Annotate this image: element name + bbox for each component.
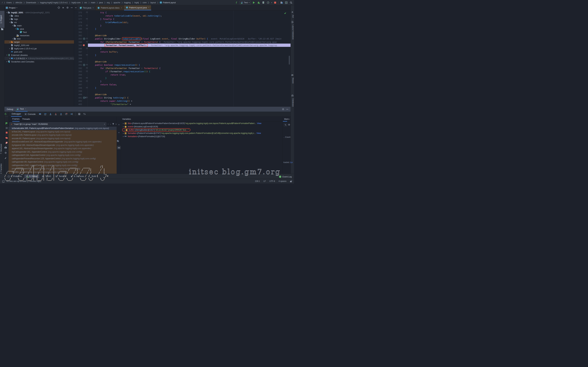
sync-status-icon[interactable] <box>2 180 4 182</box>
tab-frames[interactable]: Frames <box>12 117 19 122</box>
tree-row[interactable]: ▸ log4j-core-2.15.0-rc1.jar <box>4 47 74 50</box>
frame-down-icon[interactable]: ↓ <box>110 123 111 125</box>
tree-row[interactable]: ▾ java <box>4 27 74 31</box>
line-number[interactable]: 401 <box>74 97 82 99</box>
breadcrumb-item[interactable]: org <box>107 1 110 4</box>
hide-tabs-icon[interactable] <box>75 8 77 8</box>
editor-tab[interactable]: PatternLayout.class × <box>96 5 124 10</box>
gutter-icon[interactable] <box>82 57 86 60</box>
step-into-icon[interactable] <box>49 113 52 116</box>
tree-row[interactable]: resources <box>4 34 74 37</box>
gutter-icon[interactable] <box>82 50 86 53</box>
line-number[interactable]: 386 <box>74 47 82 50</box>
line-number[interactable]: 391 <box>74 64 82 66</box>
gutter-icon[interactable] <box>82 63 86 67</box>
filter-frames-icon[interactable] <box>112 123 114 125</box>
tree-row[interactable]: pom.xml <box>4 50 74 53</box>
stack-frame-row[interactable]: tryAppend:190, AbstractOutputStreamAppen… <box>9 143 117 147</box>
fold-marker[interactable] <box>86 40 88 44</box>
toolwindow-button[interactable]: Build <box>87 175 98 178</box>
debug-gear-icon[interactable] <box>4 151 9 154</box>
close-tab-icon[interactable]: × <box>121 7 122 9</box>
gutter-icon[interactable] <box>82 99 86 103</box>
gutter-icon[interactable] <box>82 37 86 40</box>
gutter-icon[interactable] <box>82 31 86 34</box>
force-step-into-icon[interactable] <box>54 113 57 116</box>
breadcrumb-item[interactable]: java <box>99 1 103 4</box>
project-panel-title[interactable]: Project <box>9 7 15 9</box>
breadcrumb-item[interactable]: src <box>84 1 87 4</box>
tree-chevron-icon[interactable]: ▸ <box>9 18 11 20</box>
fold-marker[interactable] <box>86 80 88 83</box>
gutter-icon[interactable] <box>82 11 86 14</box>
expand-chevron-icon[interactable]: ▸ <box>122 136 124 137</box>
tree-chevron-icon[interactable]: ▸ <box>9 48 11 49</box>
toolwindow-button[interactable]: Terminal <box>54 175 68 178</box>
layout-settings-icon[interactable] <box>83 113 86 116</box>
tree-row[interactable]: ▾ main <box>4 24 74 27</box>
stack-frame-row[interactable]: log:483, LoggerConfig (org.apache.loggin… <box>9 170 117 174</box>
gutter-icon[interactable] <box>82 27 86 31</box>
chevron-down-icon[interactable]: ∨ <box>289 118 290 120</box>
stack-frame-row[interactable]: directEncodeEvent:197, AbstractOutputStr… <box>9 140 117 143</box>
close-tab-icon[interactable]: × <box>148 6 149 9</box>
show-execution-point-icon[interactable] <box>39 113 42 116</box>
scroll-down-icon[interactable]: ▼ <box>117 132 121 133</box>
fold-marker[interactable] <box>86 57 88 60</box>
line-number[interactable]: 381 <box>74 31 82 33</box>
line-number[interactable]: 382 <box>74 34 82 37</box>
line-number[interactable]: 376 <box>74 15 82 17</box>
fold-marker[interactable] <box>86 73 88 76</box>
status-widget[interactable]: 226:1 <box>255 180 260 182</box>
stack-frame-row[interactable]: encode:226, PatternLayout (org.apache.lo… <box>9 133 117 137</box>
thread-dump-camera-icon[interactable] <box>4 147 9 149</box>
fold-marker[interactable] <box>86 76 88 80</box>
gutter-icon[interactable] <box>82 90 86 93</box>
tree-chevron-icon[interactable]: ▾ <box>6 12 8 13</box>
fold-marker[interactable] <box>86 96 88 99</box>
debug-session-tab[interactable]: Test × <box>16 107 27 112</box>
breadcrumb-item[interactable]: apache <box>113 1 120 4</box>
expand-chevron-icon[interactable]: ▸ <box>122 132 124 134</box>
tree-chevron-icon[interactable]: ▸ <box>12 38 14 40</box>
stop-icon[interactable] <box>4 131 9 134</box>
line-number[interactable]: 392 <box>74 67 82 69</box>
stack-frame-row[interactable]: callAppender0:134, AppenderControl (org.… <box>9 153 117 157</box>
breadcrumb-item[interactable]: logging-log4j2-log4j-2.15.0-rc1 <box>40 1 68 4</box>
memory-search-icon[interactable] <box>284 123 287 126</box>
copy-frames-icon[interactable] <box>117 140 121 142</box>
hide-panel-icon[interactable] <box>71 8 73 8</box>
collapse-all-icon[interactable] <box>62 7 64 9</box>
tree-chevron-icon[interactable]: ▸ <box>6 61 8 62</box>
tree-row[interactable]: ▾ External Libraries <box>4 53 74 57</box>
variable-row[interactable]: ▸ buffer = {StringBuilder@1627} "20:22:4… <box>121 128 283 132</box>
line-number[interactable]: 380 <box>74 28 82 30</box>
fold-marker[interactable] <box>86 11 88 14</box>
tree-row[interactable]: Test <box>4 31 74 34</box>
tree-chevron-icon[interactable]: ▸ <box>9 15 11 17</box>
debug-button[interactable] <box>257 1 260 4</box>
breadcrumb-item[interactable]: / <box>2 1 2 4</box>
status-widget[interactable]: 4 spaces <box>279 180 286 182</box>
gutter-icon[interactable] <box>82 34 86 37</box>
tree-row[interactable]: ▸ .idea <box>4 14 74 17</box>
fold-marker[interactable] <box>86 37 88 40</box>
coverage-button[interactable] <box>262 1 265 4</box>
tree-row[interactable]: ▸ target <box>4 40 74 44</box>
line-number[interactable]: 395 <box>74 77 82 79</box>
fold-marker[interactable] <box>86 99 88 103</box>
expand-chevron-icon[interactable]: ▸ <box>122 123 124 124</box>
tab-console[interactable]: ▸Console <box>24 112 36 117</box>
line-number[interactable]: 378 <box>74 21 82 24</box>
toolwindow-button[interactable]: TODO <box>40 175 53 178</box>
line-number[interactable]: 398 <box>74 87 82 89</box>
scroll-up-icon[interactable]: ▲ <box>117 124 121 125</box>
tree-row[interactable]: ▸ test <box>4 37 74 40</box>
tree-row[interactable]: ▾ log4j2_3201 ~/d4m1ts/java/log4j2_3201 <box>4 11 74 14</box>
close-tab-icon[interactable]: × <box>93 7 94 9</box>
fold-marker[interactable] <box>86 60 88 63</box>
breadcrumb-item[interactable]: log4j <box>134 1 139 4</box>
toolwindow-tab-maven[interactable]: Maven <box>291 78 294 83</box>
breadcrumb-item[interactable]: layout <box>150 1 156 4</box>
view-link[interactable]: View <box>257 132 261 134</box>
